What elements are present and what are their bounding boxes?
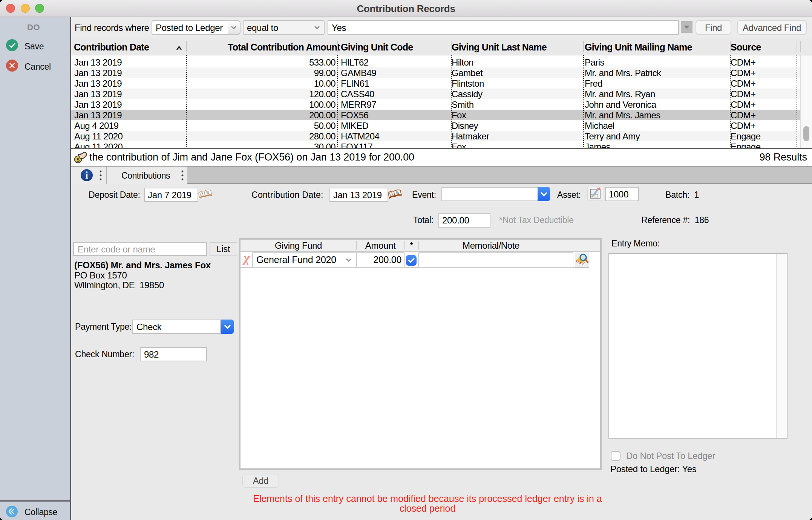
svg-text:i: i (85, 170, 88, 181)
